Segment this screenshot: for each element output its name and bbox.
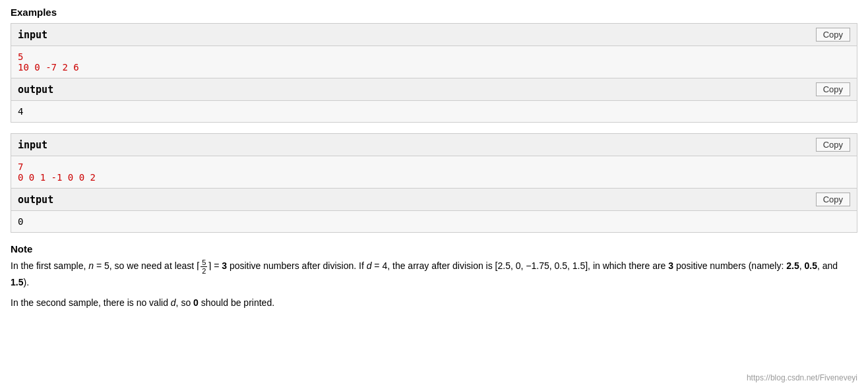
output-content-1: 4: [11, 101, 857, 122]
input-label-2: input: [18, 139, 47, 151]
output-content-2: 0: [11, 211, 857, 232]
copy-input-button-2[interactable]: Copy: [816, 138, 850, 152]
input-content-1: 5 10 0 -7 2 6: [11, 46, 857, 78]
copy-output-button-2[interactable]: Copy: [816, 193, 850, 206]
copy-output-button-1[interactable]: Copy: [816, 82, 850, 96]
input-header-1: input Copy: [11, 24, 857, 46]
example-block-1: input Copy 5 10 0 -7 2 6 output Copy 4: [11, 23, 857, 123]
input-line2-2: 0 0 1 -1 0 0 2: [18, 172, 850, 183]
output-value-1: 4: [18, 106, 850, 117]
example-block-2: input Copy 7 0 0 1 -1 0 0 2 output Copy …: [11, 133, 857, 233]
input-line2-1: 10 0 -7 2 6: [18, 62, 850, 73]
output-label-2: output: [18, 194, 53, 206]
note-paragraph-2: In the second sample, there is no valid …: [11, 295, 857, 310]
note-section: Note In the first sample, n = 5, so we n…: [11, 243, 857, 310]
output-value-2: 0: [18, 216, 850, 227]
copy-input-button-1[interactable]: Copy: [816, 28, 850, 42]
note-paragraph-1: In the first sample, n = 5, so we need a…: [11, 258, 857, 290]
output-header-2: output Copy: [11, 189, 857, 211]
input-content-2: 7 0 0 1 -1 0 0 2: [11, 156, 857, 189]
input-line1-2: 7: [18, 162, 850, 172]
input-header-2: input Copy: [11, 134, 857, 156]
input-line1-1: 5: [18, 51, 850, 62]
output-header-1: output Copy: [11, 78, 857, 101]
note-title: Note: [11, 243, 857, 254]
section-title: Examples: [11, 7, 857, 18]
output-label-1: output: [18, 84, 53, 96]
input-label-1: input: [18, 29, 47, 41]
